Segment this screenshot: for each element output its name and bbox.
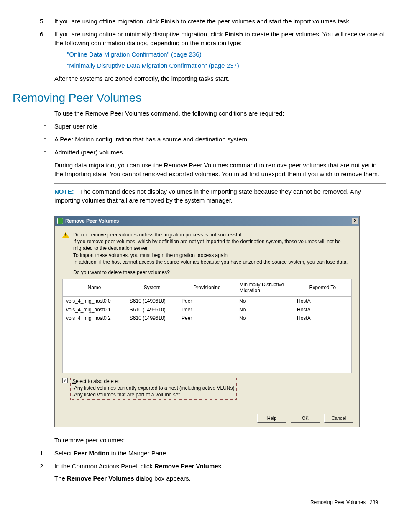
dialog-title: Remove Peer Volumes [65,218,119,224]
step-text: If you are using online or minimally dis… [54,31,225,38]
mnemonic-letter: S [72,378,76,384]
list-item: Admitted (peer) volumes [54,148,386,157]
note-text: The command does not display volumes in … [54,188,361,204]
close-button[interactable]: X [352,218,358,224]
confirmation-question: Do you want to delete these peer volumes… [73,270,352,275]
checkbox-subtext: Any listed volumes that are part of a vo… [74,392,180,398]
requirements-list: Super user role A Peer Motion configurat… [13,122,386,157]
bold-text: Peer Motion [74,450,110,457]
note-label: NOTE: [54,188,74,195]
cell-mdm: No [236,306,294,314]
cell-system: S610 (1499610) [126,314,178,323]
step-6: If you are using online or minimally dis… [54,30,386,70]
cross-reference-link[interactable]: "Online Data Migration Confirmation" (pa… [67,50,386,59]
remove-peer-volumes-dialog: Remove Peer Volumes X Do not remove peer… [54,216,360,427]
cell-exp: HostA [294,314,351,323]
cell-system: S610 (1499610) [126,297,178,306]
paragraph: To remove peer volumes: [54,436,386,445]
checkbox-checked[interactable]: ✓ [62,378,68,383]
step-5: If you are using offline migration, clic… [54,17,386,26]
table-row[interactable]: vols_4_mig_host0.2 S610 (1499610) Peer N… [63,314,351,323]
dialog-screenshot: Remove Peer Volumes X Do not remove peer… [54,216,386,427]
app-icon [57,218,63,224]
cell-mdm: No [236,314,294,323]
list-item: Super user role [54,122,386,131]
column-header-exported[interactable]: Exported To [294,279,351,296]
step-1: Select Peer Motion in the Manger Pane. [54,449,386,457]
warning-line: To import these volumes, you must begin … [73,252,352,259]
bold-text: Remove Peer Volumes [67,475,134,482]
checkbox-label-group: Select to also delete: -Any listed volum… [70,378,237,400]
step-text: to create the peer volumes and start the… [179,18,351,25]
cross-reference-link[interactable]: "Minimally Disruptive Data Migration Con… [67,61,386,70]
checkbox-label: elect to also delete: [76,378,119,384]
warning-text: Do not remove peer volumes unless the mi… [73,231,352,265]
step-text: Select [54,450,74,457]
section-heading: Removing Peer Volumes [13,91,386,105]
volumes-table: Name System Provisioning Minimally Disru… [62,279,352,297]
checkbox-subtext: Any listed volumes currently exported to… [74,385,235,391]
cell-prov: Peer [178,314,236,323]
cell-mdm: No [236,297,294,306]
list-item: A Peer Motion configuration that has a s… [54,135,386,144]
paragraph: During data migration, you can use the R… [54,161,386,178]
cell-name: vols_4_mig_host0.1 [63,306,126,314]
page-footer: Removing Peer Volumes 239 [13,499,386,505]
help-button[interactable]: Help [257,414,286,423]
page-number: 239 [370,499,378,505]
bold-text: Remove Peer Volume [154,463,218,470]
cell-name: vols_4_mig_host0.2 [63,314,126,323]
step-text: If you are using offline migration, clic… [54,18,161,25]
table-row[interactable]: vols_4_mig_host0.1 S610 (1499610) Peer N… [63,306,351,314]
footer-text: Removing Peer Volumes [310,499,366,505]
table-row[interactable]: vols_4_mig_host0.0 S610 (1499610) Peer N… [63,297,351,306]
cancel-button[interactable]: Cancel [324,414,353,423]
cell-system: S610 (1499610) [126,306,178,314]
paragraph: To use the Remove Peer Volumes command, … [54,109,386,118]
dialog-button-row: Help OK Cancel [55,409,359,427]
table-header-row: Name System Provisioning Minimally Disru… [63,279,352,296]
ok-button[interactable]: OK [291,414,320,423]
table-empty-area [63,323,351,373]
bold-text: Finish [225,31,243,38]
warning-line: In addition, if the host cannot access t… [73,259,352,265]
step-2: In the Common Actions Panel, click Remov… [54,462,386,483]
cell-name: vols_4_mig_host0.0 [63,297,126,306]
cell-exp: HostA [294,297,351,306]
cell-prov: Peer [178,306,236,314]
step-list-bottom: Select Peer Motion in the Manger Pane. I… [13,449,386,483]
step-text: In the Common Actions Panel, click [54,463,154,470]
cell-prov: Peer [178,297,236,306]
column-header-system[interactable]: System [126,279,178,296]
step-list-top: If you are using offline migration, clic… [13,17,386,70]
dialog-titlebar: Remove Peer Volumes X [55,216,359,226]
column-header-name[interactable]: Name [63,279,126,296]
paragraph: After the systems are zoned correctly, t… [54,74,386,83]
column-header-mdm[interactable]: Minimally Disruptive Migration [236,279,294,296]
step-text: dialog box appears. [134,475,191,482]
warning-line: If you remove peer volumes, which by def… [73,238,352,252]
step-text: s. [218,463,223,470]
note-box: NOTE:The command does not display volume… [54,183,386,208]
step-text: in the Manger Pane. [110,450,168,457]
warning-line: Do not remove peer volumes unless the mi… [73,231,352,238]
bold-text: Finish [161,18,179,25]
cell-exp: HostA [294,306,351,314]
select-also-delete-row: ✓ Select to also delete: -Any listed vol… [62,378,352,400]
column-header-provisioning[interactable]: Provisioning [178,279,236,296]
step-text: The [54,475,67,482]
warning-icon [62,232,69,238]
